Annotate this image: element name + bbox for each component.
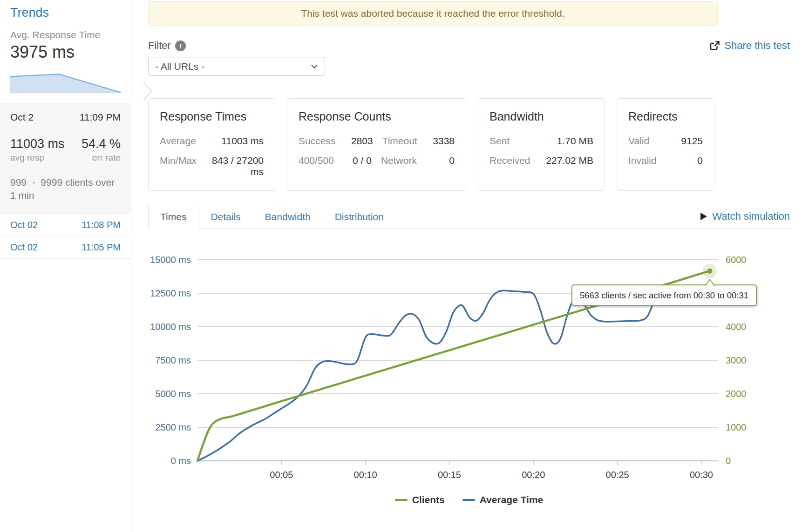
test-result-main: This test was aborted because it reached… bbox=[131, 0, 802, 532]
metric-label: Sent bbox=[489, 135, 510, 147]
toolbar: Filter ! - All URLs - Share this test bbox=[148, 40, 790, 76]
average-time-swatch bbox=[462, 499, 475, 501]
metric-value: 2803 bbox=[335, 135, 373, 147]
card-redirects: Redirects Valid 9125 Invalid 0 bbox=[617, 98, 714, 191]
run-item-link[interactable]: Oct 02 11:05 PM bbox=[0, 236, 131, 259]
x-axis-label: 00:05 bbox=[270, 470, 293, 480]
metric-value: 0 / 0 bbox=[334, 155, 372, 166]
metric-label: Timeout bbox=[373, 135, 417, 147]
metric-value: 3338 bbox=[417, 135, 455, 147]
card-response-counts: Response Counts Success 2803 Timeout 333… bbox=[287, 98, 466, 191]
card-title: Redirects bbox=[628, 110, 703, 123]
x-axis-label: 00:30 bbox=[690, 470, 713, 480]
legend-item-average-time[interactable]: Average Time bbox=[462, 494, 544, 505]
trends-title: Trends bbox=[10, 6, 121, 20]
metric-value: 227.02 MB bbox=[530, 155, 593, 166]
x-axis-label: 00:20 bbox=[522, 470, 545, 480]
metric-value: 1.70 MB bbox=[510, 135, 593, 147]
avg-response-time-label: Avg. Response Time bbox=[10, 29, 121, 40]
y-axis-right-label: 6000 bbox=[726, 255, 747, 265]
filter-label: Filter bbox=[148, 40, 171, 52]
trends-sidebar: Trends Avg. Response Time 3975 ms Oct 2 … bbox=[0, 0, 131, 532]
legend-label: Average Time bbox=[480, 494, 544, 505]
run-avg-value: 11003 ms bbox=[10, 137, 65, 151]
url-filter-select[interactable]: - All URLs - bbox=[148, 57, 325, 76]
metric-label: Invalid bbox=[628, 155, 657, 166]
share-icon bbox=[710, 40, 720, 51]
y-axis-left-label: 0 ms bbox=[171, 456, 191, 466]
y-axis-left-label: 2500 ms bbox=[155, 422, 191, 432]
clients-swatch bbox=[395, 499, 408, 501]
x-axis-label: 00:10 bbox=[354, 470, 377, 480]
metric-label: 400/500 bbox=[299, 155, 334, 166]
tab-times[interactable]: Times bbox=[148, 205, 198, 229]
metric-label: Average bbox=[160, 135, 196, 147]
watch-simulation-label: Watch simulation bbox=[712, 210, 790, 222]
card-title: Bandwidth bbox=[489, 110, 593, 123]
run-avg-label: avg resp bbox=[10, 153, 65, 163]
y-axis-right-label: 1000 bbox=[726, 422, 747, 432]
run-time: 11:05 PM bbox=[82, 242, 121, 253]
watch-simulation-button[interactable]: Watch simulation bbox=[700, 210, 790, 229]
url-filter-value: - All URLs - bbox=[155, 61, 204, 72]
share-test-label: Share this test bbox=[724, 40, 790, 52]
series-end-marker bbox=[707, 269, 712, 274]
card-title: Response Times bbox=[160, 110, 264, 123]
metric-value: 0 bbox=[657, 155, 703, 166]
metric-label: Valid bbox=[628, 135, 649, 147]
tab-bandwidth[interactable]: Bandwidth bbox=[253, 205, 323, 229]
sparkline-area bbox=[10, 74, 121, 93]
y-axis-left-label: 15000 ms bbox=[150, 255, 191, 265]
y-axis-left-label: 12500 ms bbox=[150, 288, 191, 298]
metric-value: 843 / 27200 ms bbox=[197, 155, 264, 177]
card-bandwidth: Bandwidth Sent 1.70 MB Received 227.02 M… bbox=[478, 98, 605, 191]
trend-sparkline bbox=[10, 69, 121, 94]
run-item-active[interactable]: Oct 2 11:09 PM 11003 ms avg resp 54.4 % … bbox=[0, 103, 131, 214]
abort-warning-banner: This test was aborted because it reached… bbox=[148, 1, 718, 26]
run-err-value: 54.4 % bbox=[82, 137, 121, 151]
active-run-arrow-icon bbox=[142, 80, 153, 102]
tooltip-caret bbox=[705, 279, 714, 286]
tab-details[interactable]: Details bbox=[198, 205, 252, 229]
y-axis-right-label: 2000 bbox=[726, 389, 747, 399]
x-axis-label: 00:15 bbox=[438, 470, 461, 480]
load-test-dashboard: Trends Avg. Response Time 3975 ms Oct 2 … bbox=[0, 0, 802, 532]
play-icon bbox=[700, 212, 707, 221]
y-axis-left-label: 7500 ms bbox=[155, 355, 191, 365]
run-item-link[interactable]: Oct 02 11:08 PM bbox=[0, 214, 131, 236]
summary-cards: Response Times Average 11003 ms Min/Max … bbox=[148, 98, 790, 191]
legend-label: Clients bbox=[412, 494, 445, 505]
share-test-button[interactable]: Share this test bbox=[710, 40, 790, 52]
y-axis-left-label: 5000 ms bbox=[155, 389, 191, 399]
y-axis-right-label: 4000 bbox=[726, 322, 747, 332]
legend-item-clients[interactable]: Clients bbox=[395, 494, 445, 505]
run-time: 11:09 PM bbox=[80, 112, 121, 123]
metric-value: 0 bbox=[417, 155, 455, 166]
y-axis-right-label: 0 bbox=[726, 456, 731, 466]
series-line-average-time bbox=[197, 287, 710, 461]
y-axis-right-label: 3000 bbox=[726, 355, 747, 365]
run-time: 11:08 PM bbox=[82, 220, 121, 230]
metric-label: Received bbox=[489, 155, 530, 166]
metric-label: Success bbox=[299, 135, 335, 147]
card-response-times: Response Times Average 11003 ms Min/Max … bbox=[148, 98, 275, 191]
run-date: Oct 2 bbox=[10, 112, 34, 123]
run-avg-stat: 11003 ms avg resp bbox=[10, 137, 65, 163]
tab-distribution[interactable]: Distribution bbox=[323, 205, 396, 229]
run-date: Oct 02 bbox=[10, 242, 38, 253]
metric-value: 9125 bbox=[649, 135, 703, 147]
run-err-stat: 54.4 % err rate bbox=[82, 137, 121, 163]
filter-group: Filter ! - All URLs - bbox=[148, 40, 325, 76]
y-axis-left-label: 10000 ms bbox=[150, 322, 191, 332]
response-times-line-chart[interactable]: 0 ms02500 ms10005000 ms20007500 ms300010… bbox=[148, 249, 790, 482]
tooltip-text: 5663 clients / sec active from 00:30 to … bbox=[580, 290, 748, 300]
chart-tabs: Times Details Bandwidth Distribution Wat… bbox=[148, 205, 790, 229]
chart-legend: Clients Average Time bbox=[148, 494, 790, 505]
chevron-down-icon bbox=[311, 64, 318, 69]
metric-value: 11003 ms bbox=[196, 135, 264, 147]
run-date: Oct 02 bbox=[10, 220, 38, 230]
filter-info-icon[interactable]: ! bbox=[175, 40, 186, 51]
times-chart-panel: 0 ms02500 ms10005000 ms20007500 ms300010… bbox=[148, 249, 790, 505]
avg-response-time-value: 3975 ms bbox=[10, 42, 121, 62]
card-title: Response Counts bbox=[299, 110, 455, 123]
